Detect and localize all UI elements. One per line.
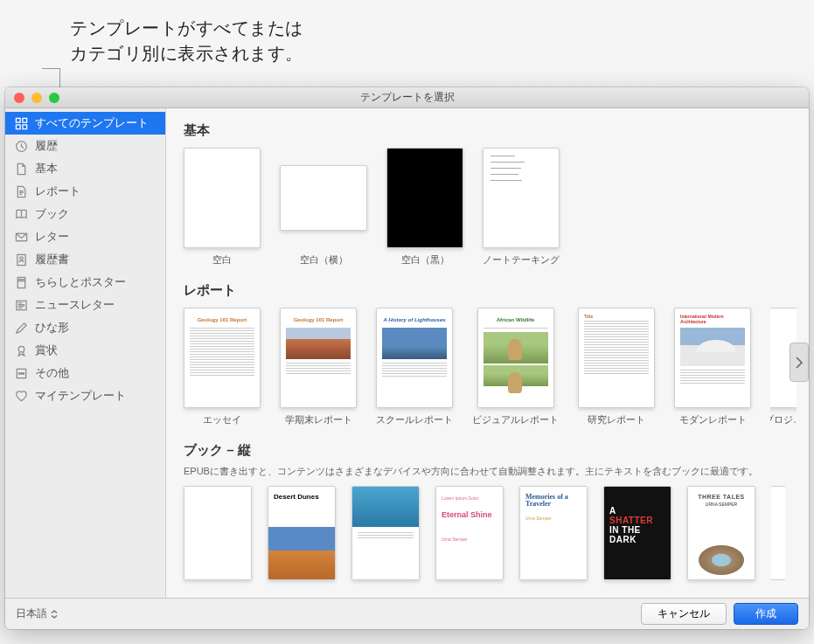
template-label: 空白（黒） [401, 253, 449, 267]
template-thumbnail: Title [578, 308, 655, 408]
sidebar-item-flyers-posters[interactable]: ちらしとポスター [5, 271, 165, 294]
sidebar-item-label: すべてのテンプレート [35, 115, 149, 131]
svg-rect-2 [16, 124, 20, 128]
template-thumbnail: Geology 101 Report [184, 308, 261, 408]
template-book-6[interactable]: ASHATTERIN THEDARK [603, 486, 671, 580]
close-window-button[interactable] [14, 93, 24, 103]
section-desc-book: EPUBに書き出すと、コンテンツはさまざまなデバイスや方向に合わせて自動調整され… [184, 464, 809, 479]
template-book-3[interactable] [351, 486, 420, 580]
template-thumbnail [184, 486, 252, 580]
template-visual-report[interactable]: African Wildlife ビジュアルレポート [472, 308, 559, 426]
template-label: ノートテーキング [483, 253, 560, 267]
template-row-report: Geology 101 Report エッセイ Geology 101 Repo… [184, 308, 809, 426]
sidebar-item-label: 賞状 [35, 343, 58, 358]
titlebar: テンプレートを選択 [5, 87, 809, 108]
window-title: テンプレートを選択 [360, 90, 455, 105]
sidebar-item-newsletters[interactable]: ニュースレター [5, 294, 165, 316]
template-thumbnail: THREE TALESURNA SEMPER [687, 486, 755, 580]
sidebar-item-recents[interactable]: 履歴 [5, 135, 165, 157]
template-label: プロジ… [770, 413, 797, 426]
sidebar-item-label: ブック [35, 206, 69, 222]
template-blank-landscape[interactable]: 空白（横） [280, 148, 367, 267]
template-blank[interactable]: 空白 [184, 148, 261, 267]
template-thumbnail: ASHATTERIN THEDARK [603, 486, 671, 580]
minimize-window-button[interactable] [31, 93, 42, 103]
template-blank-black[interactable]: 空白（黒） [386, 148, 463, 267]
category-sidebar: すべてのテンプレート 履歴 基本 レポート ブック レター [5, 108, 166, 598]
template-modern-report[interactable]: International Modern Architecture モダンレポー… [674, 308, 751, 426]
newspaper-icon [14, 298, 28, 312]
template-content-area[interactable]: 基本 空白 空白（横） 空白（黒） ノートテ [166, 108, 809, 598]
sidebar-item-stationery[interactable]: ひな形 [5, 316, 165, 339]
template-label: 研究レポート [588, 413, 645, 426]
svg-point-10 [18, 346, 24, 352]
scroll-right-button[interactable] [790, 343, 809, 382]
svg-point-7 [19, 256, 22, 259]
template-research-paper[interactable]: Title 研究レポート [578, 308, 655, 426]
template-label: エッセイ [203, 413, 241, 426]
template-essay[interactable]: Geology 101 Report エッセイ [184, 308, 261, 426]
sidebar-item-my-templates[interactable]: マイテンプレート [5, 384, 165, 407]
template-thumbnail: Geology 101 Report [280, 308, 357, 408]
grid-icon [14, 116, 28, 130]
template-thumbnail [184, 148, 261, 248]
sidebar-item-label: レポート [35, 184, 80, 199]
create-button[interactable]: 作成 [734, 603, 798, 625]
template-thumbnail [771, 486, 785, 580]
template-thumbnail: A History of Lighthouses [376, 308, 453, 408]
zoom-window-button[interactable] [49, 93, 59, 103]
sidebar-item-resumes[interactable]: 履歴書 [5, 248, 165, 271]
sidebar-item-other[interactable]: その他 [5, 362, 165, 384]
template-thumbnail: Memories of a TravelerUrna Semper [519, 486, 588, 580]
sidebar-item-label: 履歴 [35, 138, 58, 154]
sidebar-item-reports[interactable]: レポート [5, 180, 165, 203]
sidebar-item-label: ひな形 [35, 320, 69, 336]
sidebar-item-all-templates[interactable]: すべてのテンプレート [5, 112, 165, 135]
book-icon [14, 207, 28, 221]
callout-text: テンプレートがすべてまたは カテゴリ別に表示されます。 [70, 16, 303, 66]
cancel-button[interactable]: キャンセル [641, 603, 727, 625]
window-controls [5, 93, 59, 103]
template-label: 学期末レポート [285, 413, 352, 426]
svg-point-12 [18, 372, 20, 374]
section-title-report: レポート [184, 282, 809, 299]
sidebar-item-label: ちらしとポスター [35, 274, 126, 290]
section-title-basic: 基本 [184, 122, 809, 139]
template-thumbnail [483, 148, 560, 248]
template-thumbnail: International Modern Architecture [674, 308, 751, 408]
sidebar-item-label: 基本 [35, 161, 58, 177]
template-book-8-partial[interactable] [771, 486, 785, 580]
sidebar-item-certificates[interactable]: 賞状 [5, 339, 165, 362]
template-label: スクールレポート [376, 413, 453, 426]
chevron-right-icon [795, 357, 804, 369]
svg-point-14 [23, 372, 24, 374]
sidebar-item-basic[interactable]: 基本 [5, 157, 165, 180]
template-thumbnail [351, 486, 420, 580]
sidebar-item-letters[interactable]: レター [5, 225, 165, 248]
template-school-report[interactable]: A History of Lighthouses スクールレポート [376, 308, 453, 426]
template-book-5[interactable]: Memories of a TravelerUrna Semper [519, 486, 588, 580]
template-book-4[interactable]: Lorem Ipsum DolorEternal ShineUrna Sempe… [435, 486, 504, 580]
footer-bar: 日本語 キャンセル 作成 [5, 598, 809, 629]
language-selector[interactable]: 日本語 [16, 606, 58, 621]
more-icon [14, 366, 28, 380]
svg-point-13 [20, 372, 22, 374]
person-doc-icon [14, 253, 28, 267]
sidebar-item-label: マイテンプレート [35, 388, 126, 404]
template-note-taking[interactable]: ノートテーキング [483, 148, 560, 267]
document-icon [14, 162, 28, 176]
sidebar-item-books[interactable]: ブック [5, 203, 165, 225]
sidebar-item-label: その他 [35, 365, 69, 381]
clock-icon [14, 139, 28, 153]
sidebar-item-label: 履歴書 [35, 252, 69, 267]
template-label: 空白 [212, 253, 232, 267]
envelope-icon [14, 230, 28, 244]
heart-icon [14, 389, 28, 403]
template-book-2[interactable]: Desert Dunes [268, 486, 336, 580]
svg-rect-9 [16, 301, 25, 309]
template-book-1[interactable] [184, 486, 252, 580]
sidebar-item-label: レター [35, 229, 69, 245]
template-book-7[interactable]: THREE TALESURNA SEMPER [687, 486, 755, 580]
template-term-paper[interactable]: Geology 101 Report 学期末レポート [280, 308, 357, 426]
template-label: ビジュアルレポート [472, 413, 559, 426]
